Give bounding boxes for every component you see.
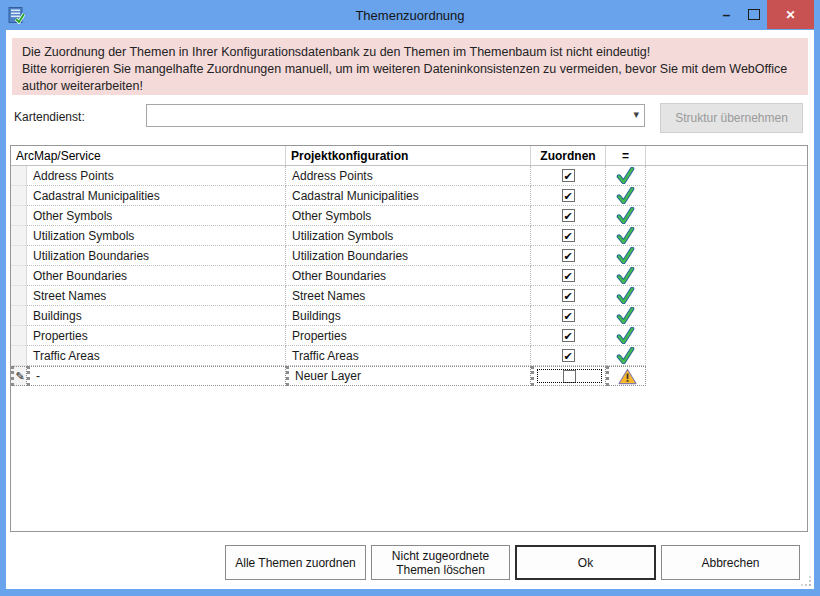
titlebar[interactable]: Themenzuordnung – ✕ bbox=[0, 0, 820, 30]
table-row: Buildings Buildings ✔ bbox=[11, 306, 807, 326]
check-icon bbox=[616, 187, 635, 204]
row-header-cell[interactable] bbox=[11, 346, 27, 366]
service-cell[interactable]: - bbox=[27, 366, 286, 386]
close-button[interactable]: ✕ bbox=[767, 0, 814, 29]
table-row: Properties Properties ✔ bbox=[11, 326, 807, 346]
status-cell bbox=[606, 286, 646, 306]
assign-cell[interactable] bbox=[531, 366, 606, 386]
apply-structure-button[interactable]: Struktur übernehmen bbox=[660, 103, 803, 133]
assign-cell[interactable]: ✔ bbox=[531, 306, 606, 326]
service-cell[interactable]: Utilization Boundaries bbox=[27, 246, 286, 266]
config-cell[interactable]: Neuer Layer bbox=[286, 366, 531, 386]
ok-button[interactable]: Ok bbox=[515, 545, 656, 580]
assign-cell[interactable]: ✔ bbox=[531, 286, 606, 306]
status-cell bbox=[606, 346, 646, 366]
assign-checkbox[interactable]: ✔ bbox=[562, 249, 575, 262]
row-header-cell[interactable] bbox=[11, 286, 27, 306]
mapservice-input[interactable] bbox=[150, 106, 624, 125]
assign-cell[interactable]: ✔ bbox=[531, 246, 606, 266]
assign-checkbox[interactable]: ✔ bbox=[562, 269, 575, 282]
service-cell[interactable]: Other Boundaries bbox=[27, 266, 286, 286]
minimize-icon: – bbox=[723, 7, 731, 23]
row-header-cell[interactable] bbox=[11, 246, 27, 266]
mapservice-label: Kartendienst: bbox=[14, 110, 85, 124]
config-cell[interactable]: Cadastral Municipalities bbox=[286, 186, 531, 206]
config-cell[interactable]: Properties bbox=[286, 326, 531, 346]
delete-unassigned-themes-button[interactable]: Nicht zugeordnete Themen löschen bbox=[371, 545, 510, 580]
themes-grid: ArcMap/Service Projektkonfiguration Zuor… bbox=[10, 145, 808, 532]
assign-checkbox[interactable]: ✔ bbox=[562, 289, 575, 302]
minimize-button[interactable]: – bbox=[713, 0, 740, 29]
assign-checkbox[interactable]: ✔ bbox=[562, 209, 575, 222]
assign-cell[interactable]: ✔ bbox=[531, 226, 606, 246]
status-cell bbox=[606, 306, 646, 326]
service-cell[interactable]: Other Symbols bbox=[27, 206, 286, 226]
table-row: Street Names Street Names ✔ bbox=[11, 286, 807, 306]
warning-line-1: Die Zuordnung der Themen in Ihrer Konfig… bbox=[22, 44, 798, 61]
assign-checkbox[interactable]: ✔ bbox=[562, 309, 575, 322]
assign-cell[interactable]: ✔ bbox=[531, 266, 606, 286]
row-header-cell[interactable] bbox=[11, 226, 27, 246]
assign-checkbox[interactable] bbox=[563, 370, 576, 383]
column-header-assign[interactable]: Zuordnen bbox=[531, 146, 606, 165]
column-header-match[interactable]: = bbox=[606, 146, 646, 165]
themenzuordnung-dialog: { "window": { "title": "Themenzuordnung"… bbox=[0, 0, 820, 596]
config-cell[interactable]: Utilization Boundaries bbox=[286, 246, 531, 266]
status-cell bbox=[606, 226, 646, 246]
column-header-service[interactable]: ArcMap/Service bbox=[11, 146, 286, 165]
assign-checkbox[interactable]: ✔ bbox=[562, 329, 575, 342]
config-cell[interactable]: Traffic Areas bbox=[286, 346, 531, 366]
check-icon bbox=[616, 287, 635, 304]
config-cell[interactable]: Address Points bbox=[286, 166, 531, 186]
check-icon bbox=[616, 327, 635, 344]
assign-checkbox[interactable]: ✔ bbox=[562, 169, 575, 182]
check-icon bbox=[616, 307, 635, 324]
cancel-button[interactable]: Abbrechen bbox=[661, 545, 800, 580]
dialog-client-area: Die Zuordnung der Themen in Ihrer Konfig… bbox=[6, 30, 814, 589]
service-cell[interactable]: Traffic Areas bbox=[27, 346, 286, 366]
assign-all-themes-button[interactable]: Alle Themen zuordnen bbox=[225, 545, 366, 580]
check-icon bbox=[616, 347, 635, 364]
check-icon bbox=[616, 227, 635, 244]
row-header-cell[interactable] bbox=[11, 326, 27, 346]
table-row: Other Boundaries Other Boundaries ✔ bbox=[11, 266, 807, 286]
service-cell[interactable]: Cadastral Municipalities bbox=[27, 186, 286, 206]
resize-grip[interactable] bbox=[800, 575, 813, 588]
assign-cell[interactable]: ✔ bbox=[531, 186, 606, 206]
config-cell[interactable]: Other Symbols bbox=[286, 206, 531, 226]
assign-cell[interactable]: ✔ bbox=[531, 206, 606, 226]
assign-checkbox[interactable]: ✔ bbox=[562, 229, 575, 242]
close-icon: ✕ bbox=[785, 8, 795, 22]
assign-checkbox[interactable]: ✔ bbox=[562, 189, 575, 202]
config-cell[interactable]: Utilization Symbols bbox=[286, 226, 531, 246]
row-header-cell[interactable] bbox=[11, 266, 27, 286]
service-cell[interactable]: Street Names bbox=[27, 286, 286, 306]
assign-cell[interactable]: ✔ bbox=[531, 326, 606, 346]
assign-checkbox[interactable]: ✔ bbox=[562, 349, 575, 362]
status-cell bbox=[606, 366, 646, 386]
service-cell[interactable]: Buildings bbox=[27, 306, 286, 326]
table-row: ✎ - Neuer Layer bbox=[11, 366, 807, 386]
assign-cell[interactable]: ✔ bbox=[531, 166, 606, 186]
warning-icon bbox=[618, 368, 637, 385]
column-header-config[interactable]: Projektkonfiguration bbox=[286, 146, 531, 165]
service-cell[interactable]: Properties bbox=[27, 326, 286, 346]
check-icon bbox=[616, 267, 635, 284]
mapservice-combobox[interactable]: ▾ bbox=[146, 104, 645, 127]
row-header-cell[interactable] bbox=[11, 206, 27, 226]
check-icon bbox=[616, 167, 635, 184]
maximize-button[interactable] bbox=[740, 0, 767, 29]
config-cell[interactable]: Street Names bbox=[286, 286, 531, 306]
row-header-cell[interactable] bbox=[11, 186, 27, 206]
row-header-cell[interactable] bbox=[11, 306, 27, 326]
service-cell[interactable]: Address Points bbox=[27, 166, 286, 186]
assign-cell[interactable]: ✔ bbox=[531, 346, 606, 366]
table-row: Utilization Boundaries Utilization Bound… bbox=[11, 246, 807, 266]
row-header-cell[interactable] bbox=[11, 166, 27, 186]
service-cell[interactable]: Utilization Symbols bbox=[27, 226, 286, 246]
config-cell[interactable]: Buildings bbox=[286, 306, 531, 326]
row-header-cell[interactable]: ✎ bbox=[11, 366, 27, 386]
chevron-down-icon[interactable]: ▾ bbox=[633, 108, 639, 121]
check-icon bbox=[616, 247, 635, 264]
config-cell[interactable]: Other Boundaries bbox=[286, 266, 531, 286]
